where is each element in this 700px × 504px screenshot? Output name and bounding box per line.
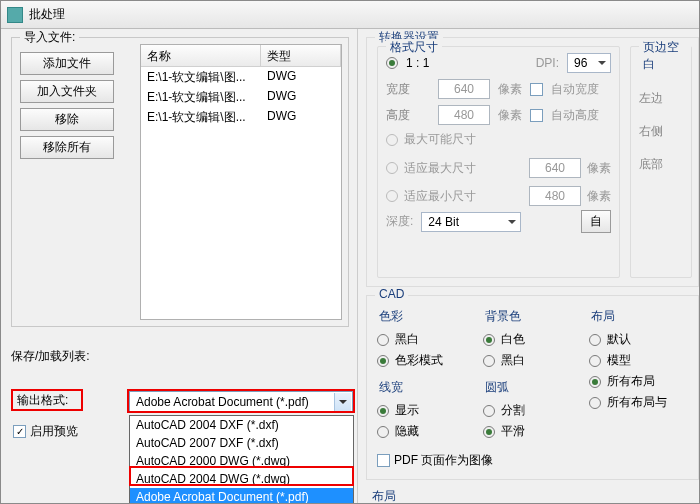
margins-legend: 页边空白 <box>639 39 691 73</box>
import-legend: 导入文件: <box>20 29 79 46</box>
table-row[interactable]: E:\1-软文编辑\图... DWG <box>141 107 341 127</box>
height-input[interactable]: 480 <box>438 105 490 125</box>
radio-1to1[interactable] <box>386 57 398 69</box>
radio-wire-hide[interactable] <box>377 426 389 438</box>
col-type[interactable]: 类型 <box>261 45 341 66</box>
radio-fit-min[interactable] <box>386 190 398 202</box>
app-icon <box>7 7 23 23</box>
radio-bg-white[interactable] <box>483 334 495 346</box>
converter-settings: 转换器设置 格式尺寸 1 : 1 DPI: 96 宽度 <box>366 37 699 287</box>
radio-fit-max[interactable] <box>386 162 398 174</box>
batch-window: 批处理 导入文件: 添加文件 加入文件夹 移除 移除所有 名称 类型 <box>0 0 700 504</box>
save-load-label: 保存/加载列表: <box>11 348 121 365</box>
color-bw-row[interactable]: 黑白 <box>377 331 469 348</box>
import-buttons: 添加文件 加入文件夹 移除 移除所有 <box>20 52 114 164</box>
radio-arc-split[interactable] <box>483 405 495 417</box>
layout-legend: 布局 <box>591 308 689 325</box>
radio-layout-all[interactable] <box>589 376 601 388</box>
table-row[interactable]: E:\1-软文编辑\图... DWG <box>141 87 341 107</box>
color-mode-row[interactable]: 色彩模式 <box>377 352 469 369</box>
output-format-dropdown[interactable]: AutoCAD 2004 DXF (*.dxf) AutoCAD 2007 DX… <box>129 415 354 504</box>
width-row: 宽度 640 像素 自动宽度 <box>386 79 611 99</box>
layout-group: 布局 默认 模型 所有布局 所有布局与 <box>589 304 689 444</box>
add-file-button[interactable]: 添加文件 <box>20 52 114 75</box>
remove-button[interactable]: 移除 <box>20 108 114 131</box>
fit-min-row[interactable]: 适应最小尺寸 480 像素 <box>386 186 611 206</box>
fit-max-row[interactable]: 适应最大尺寸 640 像素 <box>386 158 611 178</box>
layout-all-row[interactable]: 所有布局 <box>589 373 689 390</box>
remove-all-button[interactable]: 移除所有 <box>20 136 114 159</box>
col-name[interactable]: 名称 <box>141 45 261 66</box>
enable-preview-checkbox[interactable]: ✓ <box>13 425 26 438</box>
radio-wire-show[interactable] <box>377 405 389 417</box>
radio-layout-model[interactable] <box>589 355 601 367</box>
table-row[interactable]: E:\1-软文编辑\图... DWG <box>141 67 341 87</box>
output-format-combo[interactable]: Adobe Acrobat Document (*.pdf) <box>129 391 353 413</box>
auto-height-label: 自动高度 <box>551 107 599 124</box>
pdf-as-image-row[interactable]: PDF 页面作为图像 <box>377 452 692 469</box>
dropdown-item[interactable]: AutoCAD 2000 DWG (*.dwg) <box>130 452 353 470</box>
bg-white-row[interactable]: 白色 <box>483 331 575 348</box>
titlebar[interactable]: 批处理 <box>1 1 699 29</box>
cad-settings: CAD 色彩 黑白 色彩模式 线宽 显示 隐藏 背景色 白色 黑白 圆弧 <box>366 295 699 480</box>
bg-black-row[interactable]: 黑白 <box>483 352 575 369</box>
window-title: 批处理 <box>29 6 65 23</box>
width-input[interactable]: 640 <box>438 79 490 99</box>
arc-split-row[interactable]: 分割 <box>483 402 575 419</box>
wire-hide-row[interactable]: 隐藏 <box>377 423 469 440</box>
cell-name: E:\1-软文编辑\图... <box>141 67 261 87</box>
color-group: 色彩 黑白 色彩模式 线宽 显示 隐藏 <box>377 304 469 444</box>
dpi-select[interactable]: 96 <box>567 53 611 73</box>
height-row: 高度 480 像素 自动高度 <box>386 105 611 125</box>
bg-black-label: 黑白 <box>501 352 525 369</box>
fit-min-label: 适应最小尺寸 <box>404 188 490 205</box>
px-label3: 像素 <box>587 160 611 177</box>
depth-select[interactable]: 24 Bit <box>421 212 521 232</box>
enable-preview-row[interactable]: ✓ 启用预览 <box>13 423 78 440</box>
pdf-as-image-checkbox[interactable] <box>377 454 390 467</box>
content: 导入文件: 添加文件 加入文件夹 移除 移除所有 名称 类型 E:\1-软文编辑… <box>1 29 699 503</box>
bg-legend: 背景色 <box>485 308 575 325</box>
cad-columns: 色彩 黑白 色彩模式 线宽 显示 隐藏 背景色 白色 黑白 圆弧 分割 平滑 <box>377 304 692 444</box>
auto-width-checkbox[interactable] <box>530 83 543 96</box>
right-panel: 转换器设置 格式尺寸 1 : 1 DPI: 96 宽度 <box>357 29 699 503</box>
margin-bottom-label: 底部 <box>639 156 683 173</box>
color-mode-label: 色彩模式 <box>395 352 443 369</box>
size-group-wrap: 格式尺寸 1 : 1 DPI: 96 宽度 640 像素 <box>377 46 620 280</box>
layout-allmodel-row[interactable]: 所有布局与 <box>589 394 689 411</box>
ratio-row: 1 : 1 DPI: 96 <box>386 53 611 73</box>
arc-smooth-row[interactable]: 平滑 <box>483 423 575 440</box>
layout-model-row[interactable]: 模型 <box>589 352 689 369</box>
layout-all-label: 所有布局 <box>607 373 655 390</box>
radio-arc-smooth[interactable] <box>483 426 495 438</box>
file-table[interactable]: 名称 类型 E:\1-软文编辑\图... DWG E:\1-软文编辑\图... … <box>140 44 342 320</box>
save-load-row: 保存/加载列表: <box>11 345 349 367</box>
radio-bw[interactable] <box>377 334 389 346</box>
max-possible-row[interactable]: 最大可能尺寸 <box>386 131 611 148</box>
wire-show-row[interactable]: 显示 <box>377 402 469 419</box>
radio-layout-allmodel[interactable] <box>589 397 601 409</box>
dropdown-item[interactable]: AutoCAD 2004 DWG (*.dwg) <box>130 470 353 488</box>
bg-white-label: 白色 <box>501 331 525 348</box>
radio-max-possible[interactable] <box>386 134 398 146</box>
cell-type: DWG <box>261 67 302 87</box>
layout-model-label: 模型 <box>607 352 631 369</box>
fit-min-input[interactable]: 480 <box>529 186 581 206</box>
chevron-down-icon[interactable] <box>334 393 351 411</box>
layout-default-row[interactable]: 默认 <box>589 331 689 348</box>
add-folder-button[interactable]: 加入文件夹 <box>20 80 114 103</box>
cell-type: DWG <box>261 87 302 107</box>
auto-height-checkbox[interactable] <box>530 109 543 122</box>
dropdown-item[interactable]: AutoCAD 2007 DXF (*.dxf) <box>130 434 353 452</box>
radio-bg-black[interactable] <box>483 355 495 367</box>
size-group: 格式尺寸 1 : 1 DPI: 96 宽度 640 像素 <box>377 46 620 278</box>
auto-button[interactable]: 自 <box>581 210 611 233</box>
fit-max-input[interactable]: 640 <box>529 158 581 178</box>
radio-layout-default[interactable] <box>589 334 601 346</box>
margin-right-label: 右侧 <box>639 123 683 140</box>
dropdown-item[interactable]: AutoCAD 2004 DXF (*.dxf) <box>130 416 353 434</box>
dropdown-item-selected[interactable]: Adobe Acrobat Document (*.pdf) <box>130 488 353 504</box>
radio-color-mode[interactable] <box>377 355 389 367</box>
cell-name: E:\1-软文编辑\图... <box>141 87 261 107</box>
depth-row: 深度: 24 Bit 自 <box>386 210 611 233</box>
